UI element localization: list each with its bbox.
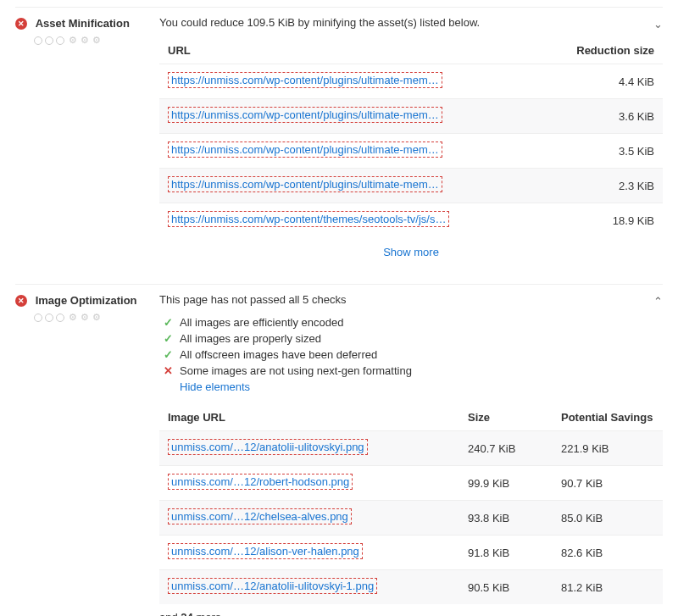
image-size: 240.7 KiB [468,442,561,455]
column-header-url: URL [168,44,544,57]
intro-text: You could reduce 109.5 KiB by minifying … [159,16,663,29]
severity-indicators: ⚙ ⚙ ⚙ [15,35,151,46]
image-table: Image URL Size Potential Savings unmiss.… [159,404,663,604]
reduction-size: 3.6 KiB [544,110,654,123]
severity-indicators: ⚙ ⚙ ⚙ [15,312,151,323]
image-savings: 85.0 KiB [561,512,654,524]
asset-url-link[interactable]: https://unmiss.com/wp-content/plugins/ul… [168,142,442,158]
image-savings: 82.6 KiB [561,547,654,559]
image-url-link[interactable]: unmiss.com/…12/robert-hodson.png [168,474,353,490]
hide-elements-link[interactable]: Hide elements [159,380,250,393]
check-item: ✓All offscreen images have been deferred [159,347,663,363]
check-text: All offscreen images have been deferred [180,348,377,361]
image-size: 93.8 KiB [468,512,561,524]
section-header-left: ✕ Asset Minification ⚙ ⚙ ⚙ [15,16,159,267]
image-optimization-section: ⌃ ✕ Image Optimization ⚙ ⚙ ⚙ This page h… [15,284,663,616]
image-savings: 90.7 KiB [561,477,654,490]
dot-icon [45,314,53,322]
asset-url-link[interactable]: https://unmiss.com/wp-content/themes/seo… [168,211,449,227]
dot-icon [34,314,42,322]
image-size: 99.9 KiB [468,477,561,490]
check-text: All images are efficiently encoded [180,316,343,329]
image-url-link[interactable]: unmiss.com/…12/anatolii-ulitovskyi.png [168,439,368,455]
reduction-size: 2.3 KiB [544,180,654,192]
chevron-up-icon[interactable]: ⌃ [653,295,663,308]
check-item: ✓All images are properly sized [159,330,663,347]
x-icon: ✕ [164,364,173,377]
image-size: 91.8 KiB [468,547,561,559]
column-header-savings: Potential Savings [561,411,654,424]
section-title: Asset Minification [36,17,130,30]
dot-icon [34,36,42,45]
section-header-left: ✕ Image Optimization ⚙ ⚙ ⚙ [15,293,159,616]
section-title: Image Optimization [36,294,137,307]
table-row: https://unmiss.com/wp-content/plugins/ul… [159,168,663,203]
check-item: ✕Some images are not using next-gen form… [159,363,663,379]
show-more-link[interactable]: Show more [159,237,663,267]
asset-url-link[interactable]: https://unmiss.com/wp-content/plugins/ul… [168,72,442,88]
image-size: 90.5 KiB [468,581,561,594]
section-body: This page has not passed all 5 checks ✓A… [159,293,663,616]
gear-icon: ⚙ [81,312,89,323]
image-url-link[interactable]: unmiss.com/…12/anatolii-ulitovskyi-1.png [168,578,377,594]
asset-url-link[interactable]: https://unmiss.com/wp-content/plugins/ul… [168,107,442,123]
table-row: unmiss.com/…12/anatolii-ulitovskyi.png 2… [159,430,663,465]
table-header-row: Image URL Size Potential Savings [159,404,663,430]
image-url-link[interactable]: unmiss.com/…12/alison-ver-halen.png [168,543,363,559]
asset-url-link[interactable]: https://unmiss.com/wp-content/plugins/ul… [168,176,442,192]
check-icon: ✓ [164,332,173,345]
chevron-down-icon[interactable]: ⌄ [653,18,663,31]
table-row: unmiss.com/…12/robert-hodson.png 99.9 Ki… [159,465,663,500]
gear-icon: ⚙ [69,312,77,323]
column-header-size: Size [468,411,561,424]
table-row: https://unmiss.com/wp-content/plugins/ul… [159,64,663,98]
check-icon: ✓ [164,316,173,329]
table-header-row: URL Reduction size [159,37,663,64]
dot-icon [56,314,64,322]
intro-text: This page has not passed all 5 checks [159,293,663,306]
reduction-size: 4.4 KiB [544,75,654,88]
check-icon: ✓ [164,348,173,361]
table-row: unmiss.com/…12/anatolii-ulitovskyi-1.png… [159,569,663,604]
image-savings: 81.2 KiB [561,581,654,594]
check-text: Some images are not using next-gen forma… [180,364,412,377]
table-row: unmiss.com/…12/alison-ver-halen.png 91.8… [159,535,663,569]
gear-icon: ⚙ [81,35,89,46]
column-header-image-url: Image URL [168,411,468,424]
error-icon: ✕ [15,295,27,307]
asset-minification-section: ⌄ ✕ Asset Minification ⚙ ⚙ ⚙ You could r… [15,7,663,284]
check-item: ✓All images are efficiently encoded [159,314,663,330]
gear-icon: ⚙ [92,35,101,46]
reduction-size: 3.5 KiB [544,145,654,158]
gear-icon: ⚙ [92,312,101,323]
table-row: https://unmiss.com/wp-content/plugins/ul… [159,98,663,133]
gear-icon: ⚙ [69,35,77,46]
image-url-link[interactable]: unmiss.com/…12/chelsea-alves.png [168,508,352,524]
section-body: You could reduce 109.5 KiB by minifying … [159,16,663,267]
table-row: unmiss.com/…12/chelsea-alves.png 93.8 Ki… [159,500,663,535]
image-savings: 221.9 KiB [561,442,654,455]
error-icon: ✕ [15,18,27,30]
dot-icon [56,36,64,45]
table-row: https://unmiss.com/wp-content/plugins/ul… [159,133,663,168]
column-header-reduction: Reduction size [544,44,654,57]
dot-icon [45,36,53,45]
table-row: https://unmiss.com/wp-content/themes/seo… [159,203,663,237]
and-more-text: and 24 more. [159,604,663,616]
reduction-size: 18.9 KiB [544,214,654,227]
check-text: All images are properly sized [180,332,321,345]
asset-table: URL Reduction size https://unmiss.com/wp… [159,37,663,237]
